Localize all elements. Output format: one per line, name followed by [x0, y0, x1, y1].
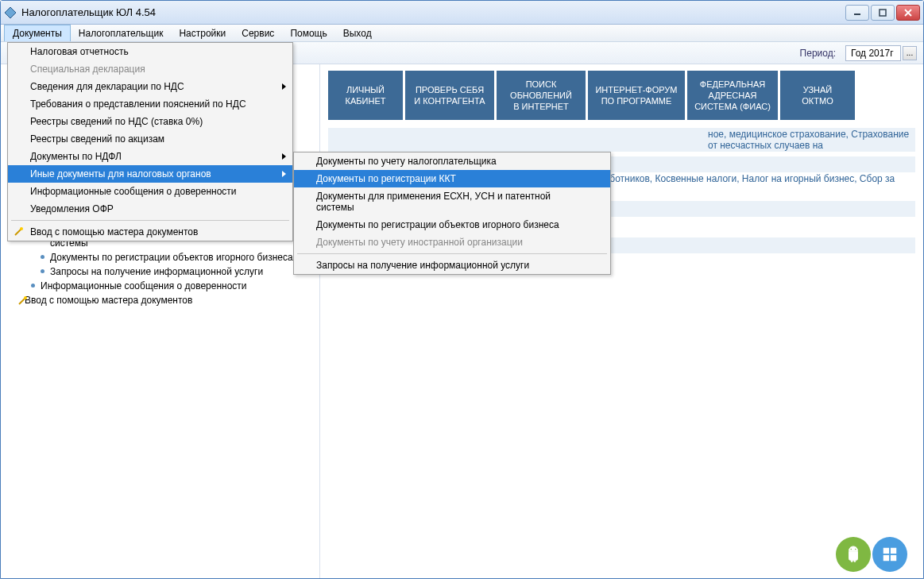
menu-documents[interactable]: Документы — [4, 25, 71, 41]
close-button[interactable] — [896, 5, 920, 21]
submenu-item[interactable]: Документы по учету налогоплательщика — [294, 152, 610, 170]
wand-icon — [13, 226, 24, 240]
calendar-row[interactable]: ное, медицинское страхование, Страховани… — [328, 128, 915, 152]
menu-item: Специальная декларация — [8, 60, 292, 78]
svg-point-8 — [20, 227, 23, 230]
period-value[interactable]: Год 2017г — [845, 45, 901, 61]
tile[interactable]: ПРОВЕРЬ СЕБЯИ КОНТРАГЕНТА — [405, 71, 494, 120]
titlebar: Налогоплательщик ЮЛ 4.54 — [1, 1, 923, 25]
menu-item[interactable]: Реестры сведений по НДС (ставка 0%) — [8, 113, 292, 130]
other-docs-submenu: Документы по учету налогоплательщикаДоку… — [293, 152, 611, 275]
menubar: Документы Налогоплательщик Настройки Сер… — [1, 25, 923, 42]
submenu-item: Документы по учету иностранной организац… — [294, 234, 610, 251]
svg-rect-13 — [883, 555, 889, 561]
menu-service[interactable]: Сервис — [234, 25, 282, 41]
main-area: ЛИЧНЫЙКАБИНЕТПРОВЕРЬ СЕБЯИ КОНТРАГЕНТАПО… — [320, 64, 923, 578]
bullet-icon — [41, 269, 44, 273]
menu-item[interactable]: Сведения для декларации по НДС — [8, 78, 292, 95]
menu-item[interactable]: Документы по НДФЛ — [8, 148, 292, 165]
bullet-icon — [31, 284, 35, 288]
windows-icon[interactable] — [872, 537, 907, 572]
period-picker-button[interactable]: ... — [903, 46, 917, 60]
minimize-button[interactable] — [845, 5, 869, 21]
menu-help[interactable]: Помощь — [282, 25, 334, 41]
svg-point-9 — [851, 549, 852, 550]
menu-item[interactable]: Информационные сообщения о доверенности — [8, 183, 292, 200]
android-icon[interactable] — [836, 537, 871, 572]
app-window: Налогоплательщик ЮЛ 4.54 Документы Налог… — [0, 0, 924, 579]
window-title: Налогоплательщик ЮЛ 4.54 — [21, 6, 845, 18]
submenu-item[interactable]: Документы по регистрации объектов игорно… — [294, 216, 610, 234]
svg-rect-11 — [883, 548, 889, 554]
app-icon — [4, 6, 17, 19]
tile[interactable]: ЛИЧНЫЙКАБИНЕТ — [328, 71, 403, 120]
menu-item[interactable]: Иные документы для налоговых органов — [8, 165, 292, 183]
tree-item[interactable]: Ввод с помощью мастера документов — [2, 293, 318, 307]
svg-rect-14 — [891, 555, 896, 561]
menu-taxpayer[interactable]: Налогоплательщик — [71, 25, 172, 41]
period-label: Период: — [800, 48, 836, 59]
tiles-bar: ЛИЧНЫЙКАБИНЕТПРОВЕРЬ СЕБЯИ КОНТРАГЕНТАПО… — [320, 64, 923, 123]
submenu-item[interactable]: Документы для применения ЕСХН, УСН и пат… — [294, 187, 610, 216]
tile[interactable]: ФЕДЕРАЛЬНАЯАДРЕСНАЯСИСТЕМА (ФИАС) — [687, 71, 778, 120]
svg-point-6 — [24, 296, 27, 299]
footer-icons — [836, 537, 907, 572]
menu-item[interactable]: Ввод с помощью мастера документов — [8, 223, 292, 241]
menu-item[interactable]: Реестры сведений по акцизам — [8, 130, 292, 148]
svg-marker-0 — [5, 7, 16, 18]
tile[interactable]: ИНТЕРНЕТ-ФОРУМПО ПРОГРАММЕ — [588, 71, 685, 120]
submenu-item[interactable]: Документы по регистрации ККТ — [294, 170, 610, 187]
tile[interactable]: ПОИСКОБНОВЛЕНИЙВ ИНТЕРНЕТ — [497, 71, 586, 120]
window-controls — [845, 5, 920, 21]
svg-rect-12 — [891, 548, 896, 554]
menu-item[interactable]: Требования о представлении пояснений по … — [8, 95, 292, 113]
svg-rect-2 — [880, 10, 886, 16]
tree-item[interactable]: Документы по регистрации объектов игорно… — [2, 250, 318, 264]
wand-icon — [17, 295, 28, 309]
menu-item[interactable]: Налоговая отчетность — [8, 43, 292, 60]
bullet-icon — [41, 255, 44, 259]
menu-item[interactable]: Уведомления ОФР — [8, 200, 292, 218]
menu-exit[interactable]: Выход — [335, 25, 380, 41]
tile[interactable]: УЗНАЙОКТМО — [780, 71, 855, 120]
tree-item[interactable]: Информационные сообщения о доверенности — [2, 279, 318, 293]
maximize-button[interactable] — [871, 5, 895, 21]
svg-point-10 — [855, 549, 856, 550]
menu-settings[interactable]: Настройки — [171, 25, 234, 41]
tree-item[interactable]: Запросы на получение информационной услу… — [2, 264, 318, 279]
documents-dropdown: Налоговая отчетностьСпециальная декларац… — [7, 42, 293, 241]
submenu-item[interactable]: Запросы на получение информационной услу… — [294, 257, 610, 274]
